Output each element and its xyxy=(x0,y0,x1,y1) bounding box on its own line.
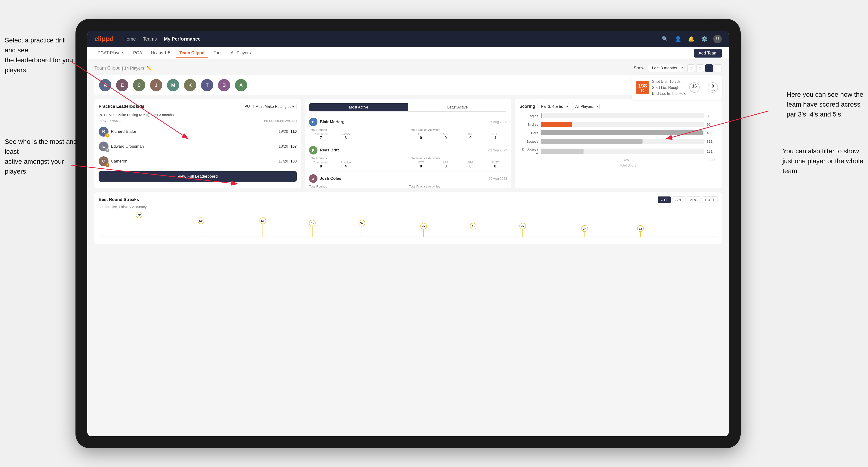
lb-player-3: C 3 Cameron... xyxy=(99,156,276,166)
player-avatar-5[interactable]: M xyxy=(167,79,179,91)
streak-dot: 4x xyxy=(420,223,427,237)
apc-avatar-2: R xyxy=(309,146,317,154)
lb-score-2: 18/20 xyxy=(279,144,288,149)
bell-icon[interactable]: 🔔 xyxy=(687,35,695,43)
streaks-header: Best Round Streaks OTT APP ARG PUTT xyxy=(99,196,717,203)
filter-arg[interactable]: ARG xyxy=(687,196,701,203)
people-icon[interactable]: 👤 xyxy=(674,35,682,43)
streak-dot-circle: 4x xyxy=(519,223,526,229)
player-avatar-3[interactable]: C xyxy=(133,79,145,91)
lb-col-score: PB SCORE xyxy=(264,119,280,123)
bar-fill-pars xyxy=(540,130,703,135)
nav-home[interactable]: Home xyxy=(123,36,135,42)
nav-my-performance[interactable]: My Performance xyxy=(164,36,201,42)
lb-avatar-1: R 1 xyxy=(99,127,108,136)
player-avatar-1[interactable]: R xyxy=(99,79,111,91)
navbar-icons: 🔍 👤 🔔 ⚙️ U xyxy=(660,35,722,43)
streak-dot: 6x xyxy=(259,217,266,237)
bar-val-birdies: 96 xyxy=(707,122,715,126)
streaks-subtitle: Off The Tee, Fairway Accuracy xyxy=(99,205,717,209)
lb-col-avg: PB AVG SQ xyxy=(280,119,297,123)
view-icons: ⊞ ⊡ ☰ ↕ xyxy=(687,64,722,72)
tab-pga[interactable]: PGA xyxy=(130,49,145,58)
tab-all-players[interactable]: All Players xyxy=(227,49,254,58)
bar-label-pars: Pars xyxy=(522,131,538,135)
apc-header-3: J Josh Coles 26 Aug 2023 xyxy=(309,174,507,183)
team-title: Team Clippd | 14 Players xyxy=(94,65,144,71)
streak-dot-circle: 4x xyxy=(470,223,476,229)
tab-most-active[interactable]: Most Active xyxy=(309,103,408,111)
apc-name-1: Blair McHarg xyxy=(320,120,486,124)
lb-row-1[interactable]: R 1 Richard Butler 19/20 110 xyxy=(99,124,297,139)
show-filter: Show: Last 3 months xyxy=(634,64,684,72)
chevron-down-icon: ▾ xyxy=(292,104,294,109)
toggle-tabs: Most Active Least Active xyxy=(309,103,507,112)
grid-large-view[interactable]: ⊡ xyxy=(696,64,704,72)
tab-tour[interactable]: Tour xyxy=(210,49,225,58)
search-icon[interactable]: 🔍 xyxy=(660,35,669,43)
scoring-filter-players[interactable]: All Players xyxy=(572,103,599,110)
navbar-links: Home Teams My Performance xyxy=(123,36,651,42)
bar-fill-birdies xyxy=(540,122,572,127)
apc-avatar-3: J xyxy=(309,174,317,183)
tab-least-active[interactable]: Least Active xyxy=(408,103,507,111)
user-avatar[interactable]: U xyxy=(713,35,722,43)
list-view[interactable]: ☰ xyxy=(705,64,713,72)
leaderboards-filter[interactable]: PUTT Must Make Putting ... ▾ xyxy=(242,103,297,110)
player-avatar-2[interactable]: E xyxy=(116,79,128,91)
player-avatar-4[interactable]: J xyxy=(150,79,162,91)
apc-rounds-label-1: Total Rounds xyxy=(309,128,407,132)
scoring-title: Scoring xyxy=(519,104,535,109)
streak-dot-circle: 4x xyxy=(420,223,427,229)
apc-practice-activities-1: Total Practice Activities OTT 0 APP xyxy=(409,128,507,140)
shot-card: 198 SC Shot Dist: 16 yds Start Lie: Roug… xyxy=(632,75,722,100)
leaderboards-title: Practice Leaderboards xyxy=(99,104,144,109)
streak-dot: 4x xyxy=(519,223,526,237)
lb-player-2: E 2 Edward Crossman xyxy=(99,142,276,151)
grid-small-view[interactable]: ⊞ xyxy=(687,64,695,72)
team-count: | 14 Players xyxy=(122,66,144,70)
streak-dot-circle: 6x xyxy=(198,217,204,224)
bar-axis-label: Total Shots xyxy=(522,163,715,167)
tab-team-clippd[interactable]: Team Clippd xyxy=(176,49,208,58)
lb-table-header: PLAYER NAME PB SCORE PB AVG SQ xyxy=(99,119,297,124)
lb-avg-3: 103 xyxy=(290,159,297,163)
period-select[interactable]: Last 3 months xyxy=(648,64,684,72)
player-avatar-9[interactable]: A xyxy=(235,79,247,91)
streak-dot: 3x xyxy=(582,225,588,237)
settings-icon[interactable]: ⚙️ xyxy=(700,35,709,43)
lb-avatar-3: C 3 xyxy=(99,156,108,166)
tab-hcaps[interactable]: Hcaps 1-5 xyxy=(148,49,174,58)
streak-dot-circle: 3x xyxy=(582,225,588,232)
bar-val-bogeys: 311 xyxy=(707,139,715,144)
add-team-button[interactable]: Add Team xyxy=(694,49,722,58)
filter-putt[interactable]: PUTT xyxy=(702,196,717,203)
nav-teams[interactable]: Teams xyxy=(143,36,157,42)
shot-circle-start: 16 yds xyxy=(689,82,700,93)
shot-circles: 16 yds — 0 yds xyxy=(689,82,718,93)
tab-pgat[interactable]: PGAT Players xyxy=(94,49,127,58)
lb-row-2[interactable]: E 2 Edward Crossman 18/20 107 xyxy=(99,139,297,154)
sort-view[interactable]: ↕ xyxy=(714,64,722,72)
player-avatar-6[interactable]: K xyxy=(184,79,196,91)
streaks-chart: 7x6x6x5x5x4x4x4x3x3x xyxy=(99,211,717,242)
players-section: R E C J M K T B A Players 198 SC xyxy=(94,75,722,95)
scoring-filter-par[interactable]: Par 3, 4 & 5s xyxy=(537,103,569,110)
tablet-device: clippd Home Teams My Performance 🔍 👤 🔔 ⚙… xyxy=(75,19,741,448)
view-full-leaderboard-button[interactable]: View Full Leaderboard xyxy=(99,171,297,182)
main-content: Team Clippd | 14 Players ✏️ Show: Last 3… xyxy=(87,59,729,436)
edit-icon[interactable]: ✏️ xyxy=(147,66,152,71)
streak-dot: 5x xyxy=(309,220,316,237)
apc-header-1: B Blair McHarg 26 Aug 2023 xyxy=(309,118,507,126)
brand-logo: clippd xyxy=(94,35,114,43)
lb-name-2: Edward Crossman xyxy=(111,144,144,149)
filter-ott[interactable]: OTT xyxy=(658,196,671,203)
lb-row-3[interactable]: C 3 Cameron... 17/20 103 xyxy=(99,154,297,169)
bar-track-eagles xyxy=(540,113,704,118)
player-avatar-7[interactable]: T xyxy=(201,79,213,91)
filter-app[interactable]: APP xyxy=(672,196,685,203)
player-avatar-8[interactable]: B xyxy=(218,79,230,91)
apc-name-2: Rees Britt xyxy=(320,148,486,153)
apc-total-rounds-1: Total Rounds Tournament 7 Practice xyxy=(309,128,407,140)
practice-leaderboards-panel: Practice Leaderboards PUTT Must Make Put… xyxy=(94,99,301,188)
